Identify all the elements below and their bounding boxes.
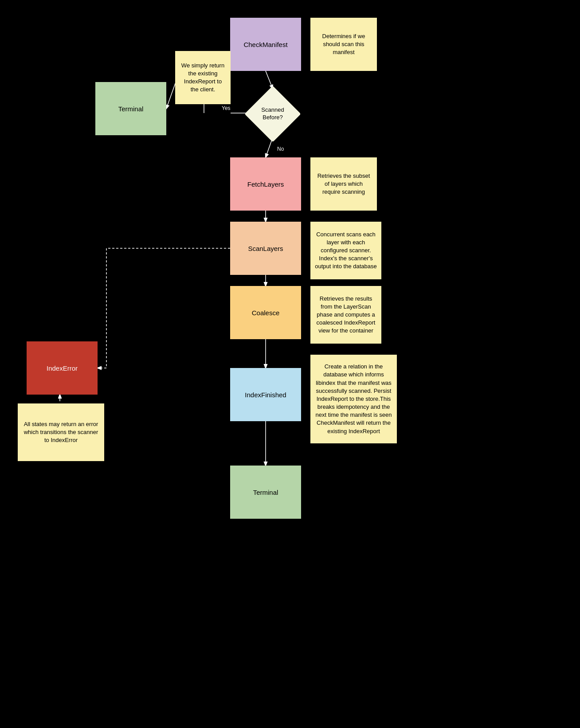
index-error-label: IndexError: [47, 364, 78, 372]
terminal-top-node: Terminal: [95, 82, 166, 135]
scan-layers-node: ScanLayers: [230, 222, 301, 275]
svg-text:Yes: Yes: [222, 105, 231, 111]
fetch-layers-node: FetchLayers: [230, 157, 301, 211]
index-error-note: All states may return an error which tra…: [18, 403, 104, 461]
coalesce-label: Coalesce: [252, 309, 280, 317]
index-finished-note-text: Create a relation in the database which …: [315, 363, 392, 435]
scanned-before-label: ScannedBefore?: [261, 106, 284, 121]
we-simply-return-text: We simply return the existing IndexRepor…: [180, 62, 226, 94]
fetch-layers-note-text: Retrieves the subset of layers which req…: [315, 172, 372, 196]
coalesce-note-text: Retrieves the results from the LayerScan…: [315, 295, 377, 335]
index-error-node: IndexError: [27, 341, 98, 395]
scanned-before-diamond: ScannedBefore?: [246, 87, 299, 141]
scan-layers-label: ScanLayers: [248, 245, 283, 252]
coalesce-note: Retrieves the results from the LayerScan…: [310, 286, 381, 344]
terminal-bottom-node: Terminal: [230, 466, 301, 519]
svg-text:No: No: [277, 146, 284, 152]
index-finished-node: IndexFinished: [230, 368, 301, 421]
terminal-top-label: Terminal: [118, 105, 144, 113]
fetch-layers-note: Retrieves the subset of layers which req…: [310, 157, 377, 211]
index-finished-label: IndexFinished: [245, 391, 286, 399]
check-manifest-node: CheckManifest: [230, 18, 301, 71]
check-manifest-note-text: Determines if we should scan this manife…: [315, 32, 372, 57]
we-simply-return-note: We simply return the existing IndexRepor…: [175, 51, 231, 104]
scan-layers-note-text: Concurrent scans each layer with each co…: [315, 231, 377, 271]
index-finished-note: Create a relation in the database which …: [310, 355, 397, 443]
check-manifest-label: CheckManifest: [243, 41, 287, 48]
index-error-note-text: All states may return an error which tra…: [22, 420, 100, 445]
check-manifest-note: Determines if we should scan this manife…: [310, 18, 377, 71]
scan-layers-note: Concurrent scans each layer with each co…: [310, 222, 381, 279]
fetch-layers-label: FetchLayers: [247, 180, 284, 188]
coalesce-node: Coalesce: [230, 286, 301, 339]
terminal-bottom-label: Terminal: [253, 489, 278, 496]
